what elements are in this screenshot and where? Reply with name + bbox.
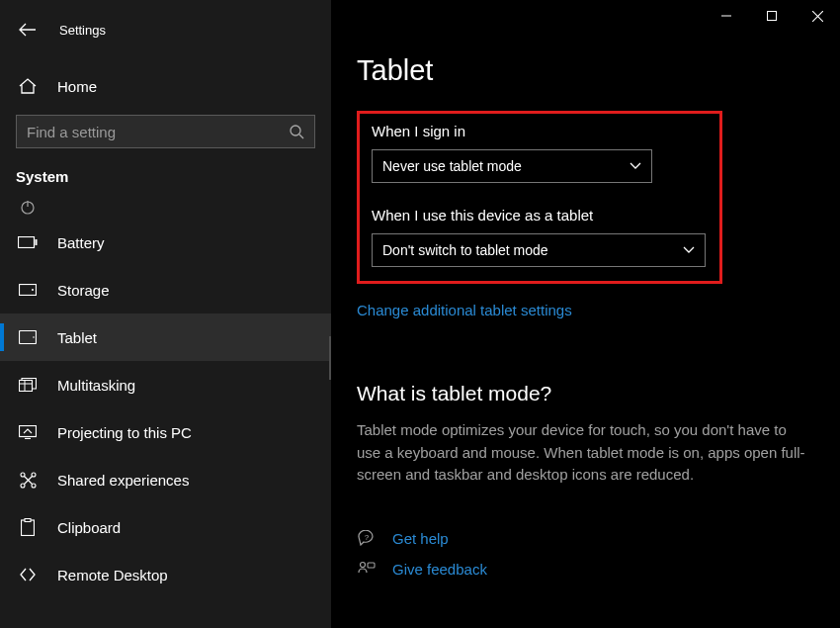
sidebar-item-tablet[interactable]: Tablet [0, 314, 331, 361]
sidebar-item-multitasking[interactable]: Multitasking [0, 361, 331, 408]
svg-text:?: ? [365, 533, 370, 542]
sidebar-item-clipboard[interactable]: Clipboard [0, 503, 331, 551]
multitasking-icon [18, 378, 38, 392]
projecting-icon [18, 425, 38, 439]
sidebar-item-label: Clipboard [57, 519, 121, 536]
sidebar-item-projecting[interactable]: Projecting to this PC [0, 408, 331, 456]
power-icon [18, 199, 38, 215]
sidebar-item-remote-desktop[interactable]: Remote Desktop [0, 551, 331, 598]
svg-point-1 [291, 126, 300, 135]
sidebar-item-label: Storage [57, 282, 110, 299]
tablet-icon [18, 330, 38, 344]
svg-point-6 [32, 289, 34, 291]
highlighted-settings: When I sign in Never use tablet mode Whe… [357, 111, 722, 284]
svg-point-14 [32, 484, 36, 488]
clipboard-icon [18, 518, 38, 536]
search-box[interactable] [16, 115, 315, 148]
content-area: Tablet When I sign in Never use tablet m… [331, 0, 840, 628]
svg-point-18 [361, 563, 366, 568]
search-input[interactable] [27, 124, 290, 140]
sidebar-item-label: Projecting to this PC [57, 424, 192, 441]
page-title: Tablet [357, 54, 814, 87]
give-feedback-link[interactable]: Give feedback [357, 561, 814, 578]
svg-point-13 [21, 484, 25, 488]
svg-rect-16 [25, 519, 31, 522]
setting-device-label: When I use this device as a tablet [372, 207, 706, 224]
sidebar-item-label: Tablet [57, 329, 97, 346]
action-link-label: Give feedback [392, 561, 487, 578]
window-controls [704, 0, 840, 32]
dropdown-device-tablet[interactable]: Don't switch to tablet mode [372, 233, 706, 267]
home-icon [18, 78, 38, 94]
svg-point-11 [21, 473, 25, 477]
get-help-link[interactable]: ? Get help [357, 530, 814, 547]
chevron-down-icon [630, 162, 641, 170]
help-icon: ? [357, 530, 377, 546]
svg-point-8 [33, 336, 35, 338]
sidebar-item-storage[interactable]: Storage [0, 266, 331, 314]
svg-rect-4 [36, 239, 38, 245]
back-button[interactable] [18, 23, 38, 37]
svg-rect-10 [20, 426, 37, 437]
sidebar-category: System [0, 148, 331, 195]
feedback-icon [357, 561, 377, 577]
dropdown-value: Don't switch to tablet mode [382, 242, 548, 258]
setting-signin-label: When I sign in [372, 123, 706, 139]
svg-rect-15 [22, 520, 35, 536]
sidebar: Settings Home System Power & sleep Batte… [0, 0, 331, 628]
svg-rect-3 [19, 237, 35, 248]
shared-icon [18, 472, 38, 489]
dropdown-signin[interactable]: Never use tablet mode [372, 149, 652, 183]
svg-rect-19 [368, 563, 375, 568]
battery-icon [18, 236, 38, 248]
remote-icon [18, 568, 38, 582]
sidebar-home[interactable]: Home [0, 65, 331, 107]
sidebar-nav: Power & sleep Battery Storage Tablet Mul… [0, 195, 331, 598]
sidebar-home-label: Home [57, 78, 97, 95]
chevron-down-icon [683, 246, 695, 254]
storage-icon [18, 284, 38, 296]
section-title: What is tablet mode? [357, 382, 814, 405]
sidebar-item-label: Multitasking [57, 377, 135, 394]
sidebar-item-label: Battery [57, 234, 105, 251]
sidebar-item-label: Shared experiences [57, 472, 189, 489]
svg-rect-0 [768, 12, 777, 21]
sidebar-item-shared[interactable]: Shared experiences [0, 456, 331, 503]
window-title: Settings [59, 23, 106, 38]
link-additional-settings[interactable]: Change additional tablet settings [357, 302, 814, 318]
close-button[interactable] [795, 0, 840, 32]
sidebar-item-power-sleep[interactable]: Power & sleep [0, 195, 331, 219]
minimize-button[interactable] [704, 0, 749, 32]
sidebar-item-battery[interactable]: Battery [0, 219, 331, 266]
svg-point-12 [32, 473, 36, 477]
search-icon [290, 125, 304, 139]
action-link-label: Get help [392, 530, 449, 547]
sidebar-item-label: Remote Desktop [57, 567, 168, 583]
section-desc: Tablet mode optimizes your device for to… [357, 419, 811, 487]
svg-rect-9 [20, 381, 33, 392]
maximize-button[interactable] [749, 0, 795, 32]
dropdown-value: Never use tablet mode [382, 158, 522, 174]
